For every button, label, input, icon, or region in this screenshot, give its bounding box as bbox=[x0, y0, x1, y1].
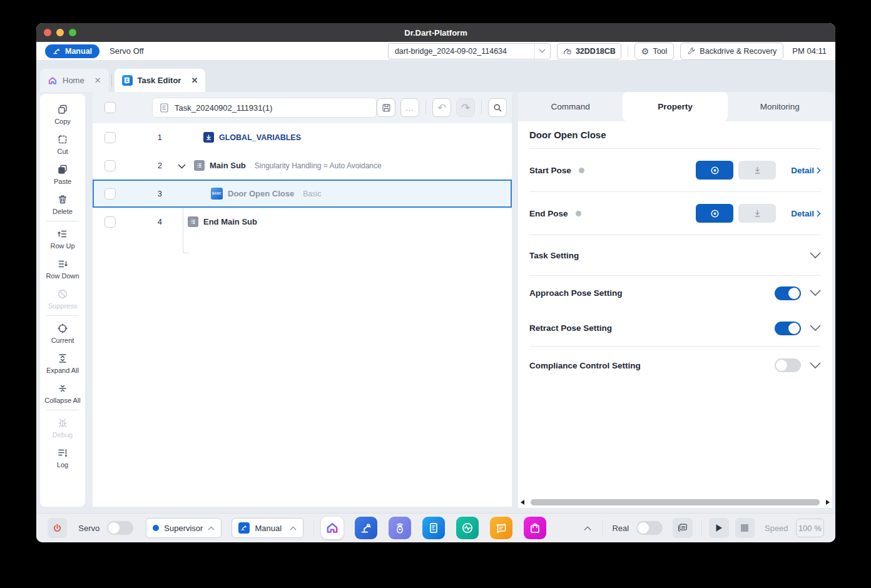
speed-value-field[interactable]: 100 % bbox=[796, 519, 824, 537]
start-pose-detail-link[interactable]: Detail bbox=[791, 166, 821, 175]
get-current-pose-button[interactable] bbox=[696, 161, 733, 180]
move-to-pose-button[interactable] bbox=[738, 204, 776, 223]
row-checkbox[interactable] bbox=[104, 132, 116, 143]
horizontal-scrollbar[interactable] bbox=[521, 499, 830, 506]
servo-power-button[interactable] bbox=[48, 518, 67, 538]
mode-select[interactable]: Manual bbox=[232, 518, 303, 538]
collapse-all-icon bbox=[56, 382, 69, 395]
save-button[interactable] bbox=[377, 98, 395, 117]
tab-task-editor-label: Task Editor bbox=[138, 76, 181, 85]
play-button[interactable] bbox=[709, 518, 728, 538]
scroll-right-arrow[interactable] bbox=[826, 500, 830, 505]
app-icon-task-editor[interactable] bbox=[422, 517, 445, 539]
sidebar-item-row-down[interactable]: Row Down bbox=[40, 253, 85, 283]
sidebar-item-row-up[interactable]: Row Up bbox=[40, 223, 85, 253]
sidebar-item-log[interactable]: Log bbox=[40, 442, 85, 472]
role-select[interactable]: Supervisor bbox=[146, 518, 222, 538]
row-checkbox[interactable] bbox=[104, 160, 116, 171]
real-mode-toggle[interactable] bbox=[636, 521, 663, 535]
more-button[interactable]: ... bbox=[400, 98, 419, 117]
task-editor-actions: ... ↶ ↷ bbox=[377, 98, 507, 117]
current-target-icon bbox=[56, 322, 69, 335]
task-row-global-variables[interactable]: 1 GLOBAL_VARIABLES bbox=[93, 123, 512, 151]
sidebar-item-copy[interactable]: Copy bbox=[40, 99, 85, 129]
close-icon[interactable]: ✕ bbox=[191, 76, 198, 85]
save-icon bbox=[382, 103, 391, 113]
role-select-value: Supervisor bbox=[164, 524, 203, 533]
move-to-pose-button[interactable] bbox=[738, 161, 776, 180]
sidebar-item-expand-all[interactable]: Expand All bbox=[40, 348, 85, 378]
scrollbar-thumb[interactable] bbox=[531, 499, 820, 505]
compliance-control-setting-section[interactable]: Compliance Control Setting bbox=[529, 347, 821, 384]
clock-text: PM 04:11 bbox=[792, 46, 827, 56]
chevron-right-icon bbox=[817, 210, 821, 217]
sidebar-item-paste[interactable]: Paste bbox=[40, 159, 85, 189]
sidebar-item-suppress[interactable]: Suppress bbox=[40, 283, 85, 313]
search-button[interactable] bbox=[488, 98, 507, 117]
select-all-checkbox[interactable] bbox=[104, 102, 116, 113]
stop-button[interactable] bbox=[735, 518, 755, 538]
app-icon-monitoring[interactable] bbox=[456, 517, 479, 539]
close-icon[interactable]: ✕ bbox=[94, 76, 101, 85]
servo-toggle[interactable] bbox=[107, 521, 133, 535]
task-row-main-sub[interactable]: 2 Main Sub Singularity Handling = Auto A… bbox=[93, 151, 512, 180]
end-pose-detail-link[interactable]: Detail bbox=[791, 209, 821, 218]
robot-serial-badge[interactable]: 32DD18CB bbox=[557, 43, 621, 59]
retract-pose-toggle[interactable] bbox=[775, 322, 801, 335]
collapse-row-chevron-icon[interactable] bbox=[178, 160, 186, 171]
tab-task-editor[interactable]: Task Editor ✕ bbox=[115, 69, 206, 92]
app-icon-robot-jog[interactable] bbox=[355, 517, 377, 539]
undo-button[interactable]: ↶ bbox=[432, 98, 451, 117]
compliance-control-toggle[interactable] bbox=[775, 358, 801, 372]
chevron-down-icon bbox=[534, 44, 550, 59]
sidebar-item-delete[interactable]: Delete bbox=[40, 189, 85, 219]
task-name-value: Task_20240902_111931(1) bbox=[175, 103, 272, 113]
app-icon-message[interactable] bbox=[490, 517, 512, 539]
sidebar-item-collapse-all[interactable]: Collapse All bbox=[40, 378, 85, 408]
sidebar-item-cut[interactable]: Cut bbox=[40, 129, 85, 159]
retract-pose-setting-section[interactable]: Retract Pose Setting bbox=[529, 310, 821, 347]
chevron-down-icon[interactable] bbox=[810, 290, 821, 297]
app-icon-home[interactable] bbox=[321, 517, 344, 539]
redo-button[interactable]: ↷ bbox=[456, 98, 475, 117]
chevron-down-icon[interactable] bbox=[810, 362, 821, 369]
scroll-left-arrow[interactable] bbox=[521, 500, 524, 505]
wrench-icon bbox=[687, 47, 696, 56]
project-dropdown[interactable]: dart-bridge_2024-09-02_114634 bbox=[388, 43, 551, 59]
divider bbox=[701, 520, 702, 536]
task-setting-section[interactable]: Task Setting bbox=[529, 235, 821, 276]
task-name-field[interactable]: Task_20240902_111931(1) bbox=[152, 98, 377, 118]
backdrive-recovery-button[interactable]: Backdrive & Recovery bbox=[680, 43, 783, 60]
get-current-pose-button[interactable] bbox=[696, 204, 733, 223]
debug-bug-icon bbox=[56, 417, 69, 429]
trash-icon bbox=[56, 193, 69, 206]
chevron-down-icon[interactable] bbox=[810, 325, 821, 332]
sidebar-item-label: Row Up bbox=[50, 242, 74, 250]
tool-button[interactable]: ⚙ Tool bbox=[634, 43, 675, 60]
mode-badge[interactable]: Manual bbox=[45, 44, 99, 58]
dock-collapse-chevron-icon[interactable] bbox=[584, 525, 591, 531]
row-checkbox[interactable] bbox=[104, 216, 116, 228]
sidebar-item-debug[interactable]: Debug bbox=[40, 412, 85, 442]
approach-pose-toggle[interactable] bbox=[775, 286, 801, 300]
task-row-end-main-sub[interactable]: 4 End Main Sub bbox=[93, 208, 512, 236]
task-row-door-open-close[interactable]: 3 BASIC Door Open Close Basic bbox=[93, 180, 512, 208]
chevron-down-icon[interactable] bbox=[810, 252, 821, 259]
backdrive-button-label: Backdrive & Recovery bbox=[700, 47, 777, 56]
3d-view-button[interactable]: 3D bbox=[673, 518, 692, 538]
speed-value: 100 % bbox=[798, 524, 822, 533]
row-subtitle: Basic bbox=[303, 190, 321, 198]
servo-toggle-label: Servo bbox=[78, 524, 99, 533]
tab-command[interactable]: Command bbox=[518, 92, 623, 121]
app-icon-store[interactable] bbox=[524, 517, 546, 539]
app-icon-teach-pendant[interactable] bbox=[389, 517, 411, 539]
tab-property[interactable]: Property bbox=[623, 92, 727, 121]
approach-pose-setting-section[interactable]: Approach Pose Setting bbox=[529, 276, 821, 310]
row-label: Door Open Close bbox=[228, 189, 294, 198]
tab-monitoring[interactable]: Monitoring bbox=[728, 92, 832, 121]
row-checkbox[interactable] bbox=[104, 188, 116, 200]
sidebar-item-current[interactable]: Current bbox=[40, 318, 85, 348]
tab-home[interactable]: Home ✕ bbox=[40, 69, 109, 92]
undo-icon: ↶ bbox=[437, 103, 446, 113]
divider bbox=[111, 74, 112, 87]
